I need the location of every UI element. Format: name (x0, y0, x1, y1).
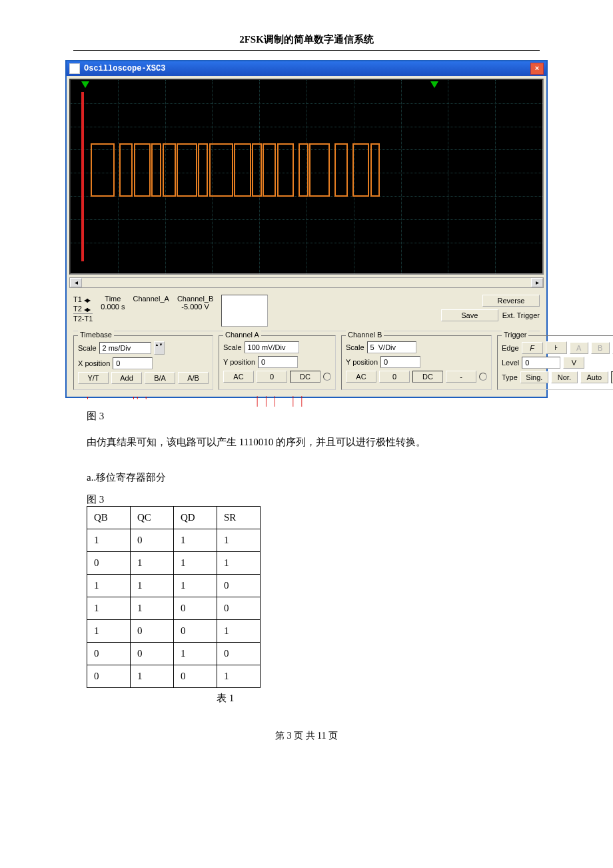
table-cell: 1 (131, 575, 174, 597)
cursor-readout: T1 ◀▶ T2 ◀▶ T2-T1 Time 0.000 s Channel_A… (73, 295, 540, 331)
level-input[interactable] (522, 357, 560, 369)
ext-trigger-label: Ext. Trigger (502, 311, 540, 319)
cha-radio[interactable] (323, 373, 331, 381)
waveform-channel-b (91, 143, 449, 197)
title-underline (73, 50, 540, 51)
timebase-group: Timebase Scale ▲▼ X position Y/T Add B/A… (73, 335, 213, 390)
yt-button[interactable]: Y/T (78, 372, 109, 384)
red-ticks: ' '' ' | | | | | (87, 398, 566, 403)
table-cell: 1 (174, 552, 217, 575)
th-qd: QD (174, 507, 217, 529)
close-icon[interactable]: × (530, 63, 544, 75)
cha-legend: Channel A (223, 331, 261, 339)
table-row: 0101 (87, 665, 261, 688)
edge-label: Edge (502, 344, 519, 352)
nor-button[interactable]: Nor. (551, 371, 578, 383)
readout-box (221, 295, 268, 327)
waveform-channel-a (81, 92, 84, 261)
cha-scale-input[interactable] (245, 341, 299, 353)
table-row: 0111 (87, 552, 261, 575)
cursor-labels: T1 ◀▶ T2 ◀▶ T2-T1 (73, 295, 93, 327)
t2-label: T2 (73, 305, 82, 313)
chb-scale-input[interactable] (367, 341, 416, 353)
table-cell: 1 (131, 597, 174, 620)
page-number: 第 3 页 共 11 页 (47, 730, 566, 742)
save-button[interactable]: Save (441, 309, 498, 321)
ab-button[interactable]: A/B (178, 372, 209, 384)
table-cell: 0 (87, 643, 131, 665)
channel-b-header: Channel_B (177, 295, 213, 303)
chb-scale-label: Scale (346, 343, 364, 351)
cha-dc-button[interactable]: DC (290, 371, 320, 383)
cha-ypos-input[interactable] (258, 356, 298, 368)
scroll-right-icon[interactable]: ▸ (531, 278, 543, 287)
table-cell: 1 (131, 552, 174, 575)
edge-a-button[interactable]: A (570, 342, 588, 354)
document-title: 2FSK调制的简单数字通信系统 (47, 33, 566, 46)
table-row: 1011 (87, 529, 261, 552)
tb-xpos-input[interactable] (113, 357, 153, 369)
table-cell: 1 (217, 665, 261, 688)
auto-button[interactable]: Auto (580, 371, 608, 383)
shift-register-table: QB QC QD SR 1011011111101100100100100101 (87, 506, 261, 688)
add-button[interactable]: Add (111, 372, 142, 384)
time-value: 0.000 s (101, 303, 125, 311)
cha-ypos-label: Y position (223, 358, 255, 366)
scroll-left-icon[interactable]: ◂ (70, 278, 82, 287)
channel-b-group: Channel B Scale Y position AC 0 DC - (341, 335, 492, 390)
oscilloscope-screen (69, 79, 544, 275)
chb-ypos-label: Y position (346, 358, 378, 366)
chb-radio[interactable] (479, 373, 487, 381)
document-page: 2FSK调制的简单数字通信系统 Oscilloscope-XSC3 × (0, 0, 613, 762)
t2t1-label: T2-T1 (73, 315, 93, 323)
table-cell: 1 (174, 643, 217, 665)
table-row: 0010 (87, 643, 261, 665)
table-cell: 0 (131, 643, 174, 665)
table-cell: 1 (87, 575, 131, 597)
table-cell: 1 (174, 575, 217, 597)
cha-0-button[interactable]: 0 (257, 371, 287, 383)
time-header: Time (101, 295, 125, 303)
section-a-heading: a..移位寄存器部分 (87, 471, 566, 484)
table-caption: 表 1 (217, 692, 566, 705)
th-sr: SR (217, 507, 261, 529)
cha-ac-button[interactable]: AC (223, 371, 254, 383)
table-cell: 1 (87, 620, 131, 643)
chb-minus-button[interactable]: - (446, 371, 476, 383)
edge-rise-button[interactable]: F (522, 342, 543, 354)
channel-a-header: Channel_A (133, 295, 169, 303)
level-unit[interactable]: V (563, 357, 584, 369)
table-cell: 1 (217, 552, 261, 575)
chb-dc-button[interactable]: DC (412, 371, 443, 383)
channel-b-value: -5.000 V (177, 303, 213, 311)
reverse-button[interactable]: Reverse (482, 295, 540, 307)
horizontal-scrollbar[interactable]: ◂ ▸ (69, 277, 544, 288)
type-label: Type (502, 373, 518, 381)
edge-fall-button[interactable]: ꜔ (546, 341, 567, 354)
ba-button[interactable]: B/A (145, 372, 175, 384)
chb-0-button[interactable]: 0 (379, 371, 410, 383)
chb-ac-button[interactable]: AC (346, 371, 376, 383)
sing-button[interactable]: Sing. (520, 371, 548, 383)
tb-scale-input[interactable] (99, 342, 151, 354)
tb-xpos-label: X position (78, 359, 110, 367)
table-header-row: QB QC QD SR (87, 507, 261, 529)
figure-label-1: 图 3 (87, 410, 566, 423)
table-cell: 1 (174, 529, 217, 552)
cursor-marker-1[interactable] (81, 81, 89, 88)
edge-b-button[interactable]: B (591, 342, 610, 354)
trigger-group: Trigger Edge F ꜔ A B Ext Level V Type Si… (497, 335, 613, 390)
level-label: Level (502, 359, 519, 367)
app-icon (69, 63, 80, 74)
th-qb: QB (87, 507, 131, 529)
spinner-icon[interactable]: ▲▼ (154, 341, 165, 355)
table-cell: 1 (87, 529, 131, 552)
chb-ypos-input[interactable] (380, 356, 420, 368)
table-cell: 1 (131, 665, 174, 688)
window-title: Oscilloscope-XSC3 (84, 64, 165, 73)
timebase-legend: Timebase (78, 331, 114, 339)
cursor-marker-2[interactable] (430, 81, 438, 88)
table-row: 1110 (87, 575, 261, 597)
t1-label: T1 (73, 295, 82, 303)
table-cell: 0 (217, 597, 261, 620)
